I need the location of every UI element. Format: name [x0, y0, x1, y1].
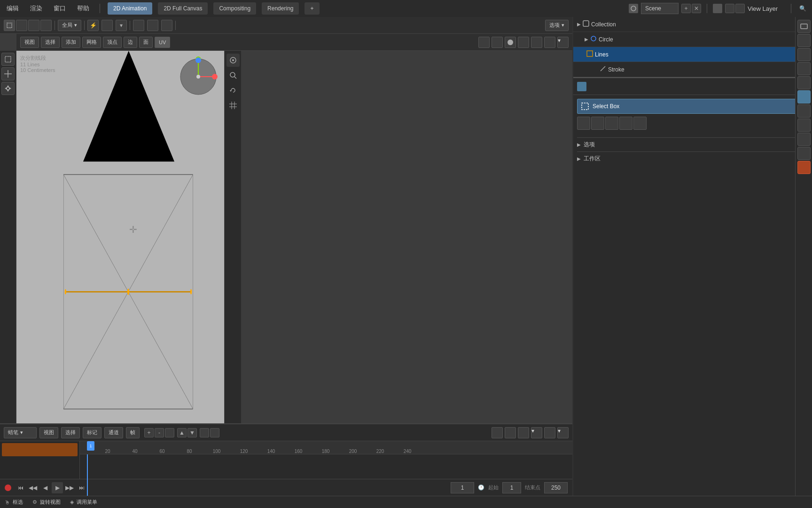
tab-rendering[interactable]: Rendering [262, 2, 299, 15]
anno3-btn[interactable] [161, 20, 172, 31]
view-layer-delete-btn[interactable] [735, 4, 745, 13]
tab-compositing[interactable]: Compositing [213, 2, 256, 15]
tl-remove-btn[interactable]: - [155, 428, 164, 437]
tool-4[interactable] [40, 20, 52, 31]
tg-4[interactable] [619, 117, 632, 130]
uv-btn-add[interactable]: 添加 [62, 37, 80, 48]
view-layer-new-btn[interactable] [725, 4, 734, 13]
uv-btn-select[interactable]: 选择 [41, 37, 60, 48]
prop-tab-scene[interactable] [797, 62, 811, 75]
snap3-btn[interactable]: ▾ [116, 20, 127, 31]
tl-up-btn[interactable]: ▲ [177, 428, 187, 437]
outliner-row-stroke[interactable]: Stroke [573, 62, 812, 77]
prop-tab-modifiers[interactable] [797, 104, 811, 118]
next-key-btn[interactable]: ▶▶ [64, 482, 75, 493]
tool-cursor[interactable] [1, 67, 15, 80]
pencil-dropdown[interactable]: 蜡笔 ▾ [4, 427, 37, 438]
menu-render[interactable]: 渲染 [27, 3, 45, 14]
shading-extra-btn[interactable]: ▾ [557, 37, 569, 48]
prop-tab-view-layer[interactable] [797, 48, 811, 61]
prop-tab-render[interactable] [797, 20, 811, 33]
scene-new-btn[interactable]: + [681, 4, 691, 13]
prop-tab-physics[interactable] [797, 133, 811, 146]
tl-curve2-btn[interactable]: ▾ [557, 427, 569, 438]
options-btn[interactable]: 选项 ▾ [545, 20, 569, 31]
anno2-btn[interactable] [147, 20, 158, 31]
outliner-row-collection[interactable]: ▶ Collection [573, 17, 812, 32]
scene-delete-btn[interactable]: ✕ [692, 4, 701, 13]
anno-btn[interactable] [133, 20, 144, 31]
prev-key-btn[interactable]: ◀ [39, 482, 51, 493]
shading-wire-btn[interactable] [518, 37, 529, 48]
snap2-btn[interactable] [102, 20, 113, 31]
tl-cache-btn[interactable] [505, 427, 516, 438]
tl-select-btn[interactable]: 选择 [61, 427, 80, 438]
main-viewport[interactable]: 次分割线段 11 Lines 10 Centimeters ✛ [16, 51, 241, 423]
tool-2[interactable] [16, 20, 27, 31]
tab-2d-full-canvas[interactable]: 2D Full Canvas [158, 2, 208, 15]
uv-btn-vertex[interactable]: 顶点 [103, 37, 122, 48]
uv-btn-uv[interactable]: UV [155, 37, 170, 48]
tl-frame-btn[interactable]: 帧 [126, 427, 140, 438]
current-frame-input[interactable]: 1 [451, 482, 474, 493]
tl-channel-btn[interactable]: 通道 [104, 427, 123, 438]
tl-add-btn[interactable]: + [144, 428, 154, 437]
tool-select[interactable] [1, 53, 15, 66]
tl-filter-icon-btn[interactable] [518, 427, 529, 438]
tl-mark-btn[interactable]: 标记 [83, 427, 102, 438]
outliner-row-circle[interactable]: ▶ Circle [573, 32, 812, 47]
tl-filter-btn[interactable] [165, 428, 174, 437]
workzone-section-header[interactable]: ▶ 工作区 [577, 151, 808, 166]
uv-btn-face[interactable]: 面 [139, 37, 153, 48]
prop-tab-material[interactable] [797, 161, 811, 174]
jump-start-btn[interactable]: ⏮ [15, 482, 26, 493]
select-box-btn[interactable]: Select Box [577, 99, 808, 114]
props-active-icon[interactable] [577, 82, 586, 91]
overlay-btn[interactable] [492, 37, 503, 48]
prop-tab-particles[interactable] [797, 119, 811, 132]
navigate-btn[interactable] [226, 54, 240, 67]
tg-1[interactable] [577, 117, 590, 130]
grid-btn[interactable] [226, 99, 240, 112]
prop-tab-object[interactable] [797, 90, 811, 103]
uv-btn-edge[interactable]: 边 [124, 37, 137, 48]
record-btn[interactable] [5, 484, 11, 491]
shading-mat-btn[interactable] [531, 37, 542, 48]
search-btn[interactable]: 🔍 [797, 3, 808, 14]
tab-add[interactable]: + [304, 2, 319, 15]
jump-end-btn[interactable]: ⏭ [76, 482, 87, 493]
rotate-btn[interactable] [226, 84, 240, 97]
tool-3[interactable] [28, 20, 39, 31]
shading-render-btn[interactable] [544, 37, 555, 48]
tl-filter2-btn[interactable]: ▾ [531, 427, 542, 438]
start-frame-input[interactable]: 1 [502, 482, 521, 493]
menu-window[interactable]: 窗口 [51, 3, 69, 14]
tab-2d-animation[interactable]: 2D Animation [108, 2, 152, 15]
tl-snap-btn[interactable] [492, 427, 503, 438]
tl-extra-1[interactable] [200, 428, 209, 437]
end-frame-input[interactable]: 250 [544, 482, 568, 493]
prop-tab-world[interactable] [797, 76, 811, 89]
zoom-btn[interactable] [226, 69, 240, 82]
play-btn[interactable]: ▶ [52, 482, 63, 493]
options-section-header[interactable]: ▶ 选项 [577, 137, 808, 151]
uv-btn-mesh[interactable]: 网格 [82, 37, 101, 48]
tl-curve-btn[interactable] [544, 427, 555, 438]
uv-btn-view[interactable]: 视图 [20, 37, 39, 48]
global-btn[interactable]: 全局 ▾ [58, 20, 81, 31]
prop-tab-constraints[interactable] [797, 147, 811, 160]
menu-help[interactable]: 帮助 [74, 3, 92, 14]
scene-selector[interactable]: Scene [641, 3, 679, 14]
tl-down-btn[interactable]: ▼ [187, 428, 197, 437]
snap-btn[interactable]: ⚡ [87, 20, 99, 31]
tool-select-box-icon[interactable] [4, 20, 15, 31]
tg-2[interactable] [591, 117, 604, 130]
tool-move[interactable] [1, 82, 15, 95]
tg-3[interactable] [605, 117, 618, 130]
prop-tab-output[interactable] [797, 34, 811, 47]
overlay-eye-btn[interactable] [478, 37, 490, 48]
prev-frame-btn[interactable]: ◀◀ [27, 482, 39, 493]
tl-view-btn[interactable]: 视图 [39, 427, 58, 438]
outliner-row-lines[interactable]: Lines [573, 47, 812, 62]
tg-5[interactable] [633, 117, 647, 130]
